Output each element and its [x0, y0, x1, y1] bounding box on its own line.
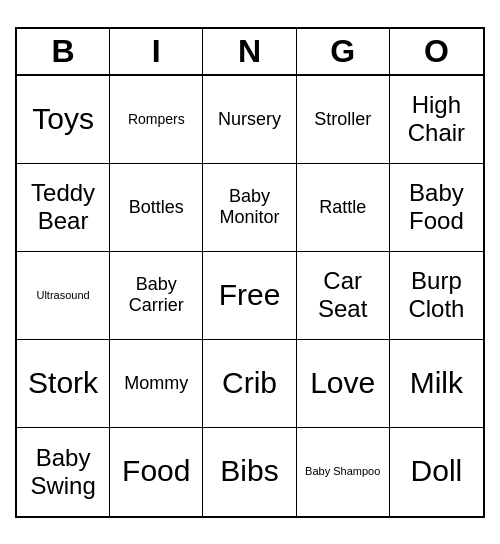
cell-label: Car Seat [301, 267, 385, 322]
bingo-cell: Crib [203, 340, 296, 428]
bingo-cell: High Chair [390, 76, 483, 164]
bingo-cell: Doll [390, 428, 483, 516]
bingo-grid: ToysRompersNurseryStrollerHigh ChairTedd… [17, 76, 483, 516]
bingo-cell: Ultrasound [17, 252, 110, 340]
bingo-cell: Bibs [203, 428, 296, 516]
bingo-cell: Car Seat [297, 252, 390, 340]
bingo-cell: Teddy Bear [17, 164, 110, 252]
cell-label: Baby Monitor [207, 186, 291, 227]
cell-label: Crib [222, 366, 277, 401]
bingo-cell: Milk [390, 340, 483, 428]
bingo-cell: Food [110, 428, 203, 516]
bingo-cell: Toys [17, 76, 110, 164]
bingo-cell: Mommy [110, 340, 203, 428]
cell-label: Doll [411, 454, 463, 489]
bingo-cell: Rompers [110, 76, 203, 164]
header-letter: B [17, 29, 110, 74]
cell-label: Milk [410, 366, 463, 401]
bingo-cell: Stroller [297, 76, 390, 164]
cell-label: Stroller [314, 109, 371, 130]
cell-label: High Chair [394, 91, 479, 146]
bingo-cell: Nursery [203, 76, 296, 164]
cell-label: Stork [28, 366, 98, 401]
bingo-cell: Baby Shampoo [297, 428, 390, 516]
cell-label: Bibs [220, 454, 278, 489]
cell-label: Toys [32, 102, 94, 137]
cell-label: Rompers [128, 111, 185, 127]
header-letter: I [110, 29, 203, 74]
cell-label: Ultrasound [36, 289, 89, 302]
header-letter: G [297, 29, 390, 74]
header-letter: N [203, 29, 296, 74]
cell-label: Baby Food [394, 179, 479, 234]
bingo-cell: Burp Cloth [390, 252, 483, 340]
bingo-card: BINGO ToysRompersNurseryStrollerHigh Cha… [15, 27, 485, 518]
bingo-cell: Bottles [110, 164, 203, 252]
cell-label: Baby Carrier [114, 274, 198, 315]
bingo-cell: Baby Monitor [203, 164, 296, 252]
cell-label: Teddy Bear [21, 179, 105, 234]
cell-label: Nursery [218, 109, 281, 130]
cell-label: Love [310, 366, 375, 401]
bingo-cell: Rattle [297, 164, 390, 252]
bingo-header: BINGO [17, 29, 483, 76]
bingo-cell: Free [203, 252, 296, 340]
cell-label: Mommy [124, 373, 188, 394]
bingo-cell: Baby Carrier [110, 252, 203, 340]
bingo-cell: Baby Food [390, 164, 483, 252]
cell-label: Burp Cloth [394, 267, 479, 322]
cell-label: Rattle [319, 197, 366, 218]
bingo-cell: Baby Swing [17, 428, 110, 516]
header-letter: O [390, 29, 483, 74]
cell-label: Bottles [129, 197, 184, 218]
bingo-cell: Stork [17, 340, 110, 428]
cell-label: Baby Swing [21, 444, 105, 499]
cell-label: Food [122, 454, 190, 489]
cell-label: Baby Shampoo [305, 465, 380, 478]
cell-label: Free [219, 278, 281, 313]
bingo-cell: Love [297, 340, 390, 428]
